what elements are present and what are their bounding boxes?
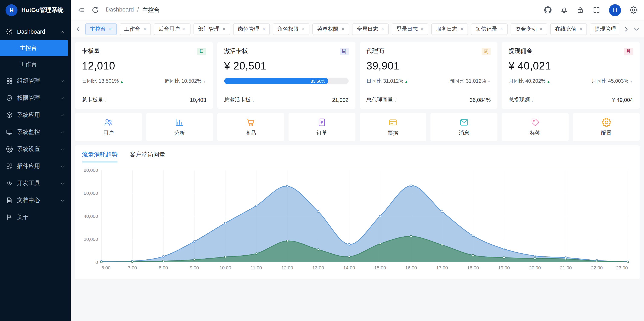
tab-item[interactable]: 菜单权限× xyxy=(312,23,349,35)
close-icon[interactable]: × xyxy=(540,26,542,32)
quick-action-1[interactable]: 分析 xyxy=(146,113,213,141)
sidebar-item-dashboard[interactable]: Dashboard xyxy=(0,23,71,40)
tab-item[interactable]: 登录日志× xyxy=(392,23,428,35)
tab-item[interactable]: 资金变动× xyxy=(510,23,547,35)
sidebar-item-apps[interactable]: 系统应用 xyxy=(0,106,71,124)
close-icon[interactable]: × xyxy=(421,26,424,32)
sidebar-item-label: 系统应用 xyxy=(17,111,56,119)
tab-item[interactable]: 工作台× xyxy=(120,23,151,35)
close-icon[interactable]: × xyxy=(579,26,582,32)
sidebar-submenu: 主控台工作台 xyxy=(0,40,71,72)
tab-item[interactable]: 部门管理× xyxy=(194,23,230,35)
stat-footer-value: 36,084% xyxy=(470,97,491,103)
tab-label: 工作台 xyxy=(124,25,140,32)
about-icon xyxy=(6,214,13,221)
sidebar-item-about[interactable]: 关于 xyxy=(0,209,71,226)
quick-action-4[interactable]: 票据 xyxy=(360,113,426,141)
sidebar-item-monitor[interactable]: 系统监控 xyxy=(0,124,71,141)
quick-action-5[interactable]: 消息 xyxy=(431,113,498,141)
tab-item[interactable]: 岗位管理× xyxy=(233,23,270,35)
tab-label: 主控台 xyxy=(90,25,106,32)
menu-collapse-icon[interactable] xyxy=(78,6,85,14)
stat-card-footer: 总卡板量：10,403 xyxy=(82,91,206,109)
sidebar-item-auth[interactable]: 权限管理 xyxy=(0,90,71,106)
lock-icon[interactable] xyxy=(577,6,584,14)
close-icon[interactable]: × xyxy=(183,26,186,32)
tab-item[interactable]: 服务日志× xyxy=(431,23,468,35)
sidebar-item-org[interactable]: 组织管理 xyxy=(0,72,71,90)
quick-action-6[interactable]: 标签 xyxy=(502,113,569,141)
tab-traffic-trend[interactable]: 流量消耗趋势 xyxy=(82,151,118,162)
svg-text:7:00: 7:00 xyxy=(128,265,137,270)
cart-icon xyxy=(246,118,255,127)
refresh-icon[interactable] xyxy=(92,6,99,14)
close-icon[interactable]: × xyxy=(109,26,112,32)
tabs-menu-icon[interactable] xyxy=(633,26,640,32)
sidebar-subitem-console[interactable]: 主控台 xyxy=(0,40,68,56)
metric-value: 31,012% xyxy=(466,78,486,84)
tabs-scroll-left-icon[interactable] xyxy=(75,26,82,32)
chevron-down-icon xyxy=(60,130,65,134)
stat-card-0: 卡板量日12,010日同比 13,501%▲周同比 10,502%▼总卡板量：1… xyxy=(75,42,213,109)
bell-icon[interactable] xyxy=(560,6,568,14)
sidebar-subitem-label: 工作台 xyxy=(20,60,65,68)
sidebar-item-label: 权限管理 xyxy=(17,94,56,102)
tab-item[interactable]: 后台用户× xyxy=(154,23,190,35)
github-icon[interactable] xyxy=(544,6,552,14)
sidebar-subitem-workbench[interactable]: 工作台 xyxy=(0,56,71,72)
plugin-icon xyxy=(6,163,13,170)
close-icon[interactable]: × xyxy=(381,26,384,32)
chevron-down-icon xyxy=(60,181,65,186)
svg-text:16:00: 16:00 xyxy=(405,265,417,270)
fullscreen-icon[interactable] xyxy=(593,6,600,14)
stat-footer-value: ¥ 49,004 xyxy=(612,97,633,103)
stat-card-2: 代理商周39,901日同比 31,012%▲周同比 31,012%▼总代理商量：… xyxy=(360,42,498,109)
tab-list: 主控台×工作台×后台用户×部门管理×岗位管理×角色权限×菜单权限×全局日志×登录… xyxy=(85,23,619,35)
quick-action-label: 商品 xyxy=(245,130,256,137)
tab-item[interactable]: 全局日志× xyxy=(352,23,389,35)
sidebar-item-docs[interactable]: 文档中心 xyxy=(0,192,71,209)
close-icon[interactable]: × xyxy=(302,26,305,32)
sidebar-item-plugins[interactable]: 插件应用 xyxy=(0,158,71,175)
logo[interactable]: H HotGo管理系统 xyxy=(0,0,71,20)
sidebar-item-settings[interactable]: 系统设置 xyxy=(0,141,71,158)
tab-item[interactable]: 短信记录× xyxy=(471,23,508,35)
tab-item[interactable]: 提现管理× xyxy=(590,23,619,35)
metric-label: 周同比 xyxy=(164,78,180,84)
config-icon xyxy=(602,118,611,127)
close-icon[interactable]: × xyxy=(143,26,146,32)
close-icon[interactable]: × xyxy=(342,26,344,32)
stat-card-header: 代理商周 xyxy=(366,47,491,55)
stat-card-header: 提现佣金月 xyxy=(509,47,633,55)
metric-label: 日同比 xyxy=(366,78,382,84)
close-icon[interactable]: × xyxy=(222,26,226,32)
quick-action-7[interactable]: 配置 xyxy=(573,113,640,141)
close-icon[interactable]: × xyxy=(619,26,619,32)
tab-client-visits[interactable]: 客户端访问量 xyxy=(130,151,165,162)
quick-action-3[interactable]: 订单 xyxy=(288,113,355,141)
breadcrumb-root[interactable]: Dashboard xyxy=(106,6,134,14)
tab-label: 登录日志 xyxy=(396,25,418,32)
quick-action-2[interactable]: 商品 xyxy=(217,113,284,141)
close-icon[interactable]: × xyxy=(262,26,265,32)
sidebar-item-label: 系统监控 xyxy=(17,128,56,136)
tab-item[interactable]: 主控台× xyxy=(85,23,116,35)
metric-label: 周同比 xyxy=(449,78,464,84)
quick-action-0[interactable]: 用户 xyxy=(75,113,142,141)
gear-icon[interactable] xyxy=(630,6,637,14)
users-icon xyxy=(104,118,113,127)
close-icon[interactable]: × xyxy=(460,26,463,32)
stat-card-value: 12,010 xyxy=(82,60,206,72)
settings-icon xyxy=(6,146,13,152)
tab-bar: 主控台×工作台×后台用户×部门管理×岗位管理×角色权限×菜单权限×全局日志×登录… xyxy=(71,20,644,38)
sidebar-item-label: 插件应用 xyxy=(17,162,56,170)
tab-item[interactable]: 在线充值× xyxy=(550,23,587,35)
progress-bar: 83.66% xyxy=(224,78,349,84)
sidebar-item-devtools[interactable]: 开发工具 xyxy=(0,175,71,192)
quick-action-label: 消息 xyxy=(459,130,470,137)
avatar[interactable]: H xyxy=(609,4,621,16)
close-icon[interactable]: × xyxy=(500,26,503,32)
caret-down-icon: ▼ xyxy=(487,80,491,84)
tab-item[interactable]: 角色权限× xyxy=(273,23,310,35)
tabs-scroll-right-icon[interactable] xyxy=(623,26,630,32)
